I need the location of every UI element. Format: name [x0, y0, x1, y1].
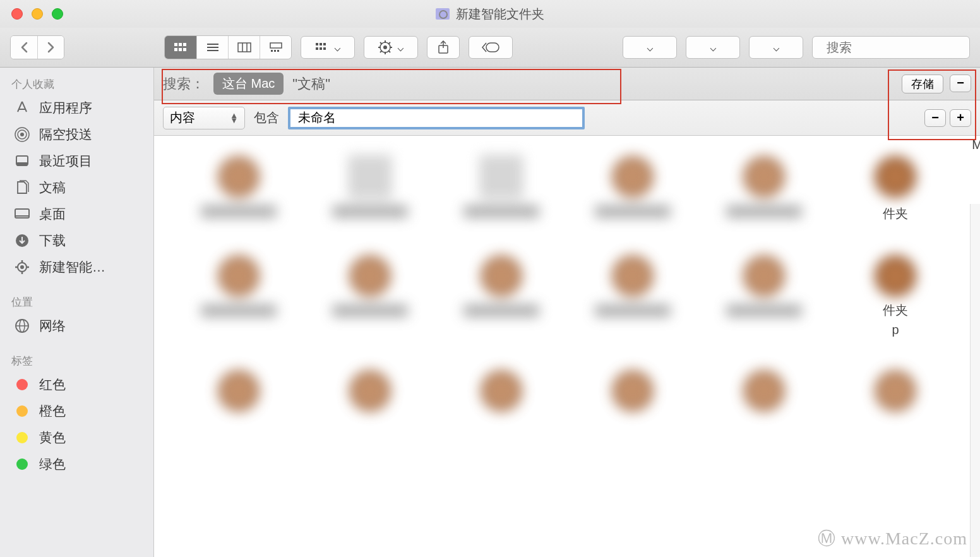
gallery-view-button[interactable] [260, 36, 291, 59]
file-item[interactable] [573, 369, 692, 413]
file-item[interactable] [705, 369, 823, 413]
sidebar-item-airdrop[interactable]: 隔空投送 [0, 121, 153, 148]
svg-rect-4 [179, 48, 182, 51]
file-item[interactable] [179, 155, 298, 222]
file-item[interactable] [705, 254, 823, 337]
search-label: 搜索： [163, 75, 205, 93]
svg-rect-2 [183, 43, 186, 46]
svg-rect-21 [323, 47, 326, 50]
sidebar-item-recents[interactable]: 最近项目 [0, 148, 153, 174]
criteria-value-input[interactable] [288, 107, 585, 129]
file-item[interactable] [442, 369, 561, 413]
applications-icon [13, 100, 32, 116]
svg-rect-14 [274, 50, 276, 52]
svg-line-31 [388, 42, 390, 44]
svg-rect-12 [270, 43, 282, 48]
sidebar-item-network[interactable]: 网络 [0, 313, 153, 339]
scope-documents[interactable]: "文稿" [292, 75, 330, 93]
list-view-button[interactable] [196, 36, 228, 59]
sidebar-label: 文稿 [39, 179, 66, 196]
svg-rect-5 [183, 48, 186, 51]
forward-button[interactable] [37, 36, 64, 59]
sidebar-label: 桌面 [39, 205, 66, 223]
save-button[interactable]: 存储 [902, 75, 943, 93]
sidebar-item-smart-folder[interactable]: 新建智能… [0, 254, 153, 280]
sidebar-item-downloads[interactable]: 下载 [0, 227, 153, 254]
sidebar-label: 隔空投送 [39, 126, 92, 143]
watermark: Ⓜ www.MacZ.com [818, 527, 967, 551]
file-item[interactable] [573, 155, 692, 222]
minimize-window-button[interactable] [32, 8, 43, 20]
svg-rect-41 [16, 162, 28, 166]
svg-point-46 [20, 265, 24, 269]
file-item[interactable] [179, 254, 298, 337]
file-item[interactable]: 件夹 [836, 155, 955, 222]
chevron-down-icon: ⌵ [334, 40, 341, 54]
sidebar-tag-green[interactable]: 绿色 [0, 451, 153, 477]
sidebar-label: 黄色 [39, 429, 66, 446]
file-item[interactable] [836, 369, 955, 413]
sidebar-item-applications[interactable]: 应用程序 [0, 95, 153, 121]
file-item[interactable] [179, 369, 298, 413]
sidebar-item-documents[interactable]: 文稿 [0, 174, 153, 201]
file-item[interactable] [442, 155, 561, 222]
tag-button[interactable] [469, 36, 513, 59]
action-menu-button[interactable]: ⌵ [364, 36, 418, 59]
scrollbar[interactable] [970, 204, 980, 557]
file-item[interactable] [573, 254, 692, 337]
file-item[interactable] [705, 155, 823, 222]
view-mode-group [164, 35, 292, 59]
svg-line-30 [380, 51, 382, 52]
window-title: 新建智能文件夹 [436, 6, 544, 23]
sidebar-label: 新建智能… [39, 258, 105, 276]
dropdown-button-2[interactable]: ⌵ [686, 36, 740, 59]
files-area[interactable]: 件夹 件夹 p [154, 136, 980, 557]
remove-criteria-button[interactable]: − [950, 75, 971, 92]
column-view-button[interactable] [228, 36, 260, 59]
sidebar-tag-yellow[interactable]: 黄色 [0, 424, 153, 451]
sidebar-label: 绿色 [39, 455, 66, 473]
tag-color-icon [16, 379, 28, 390]
dropdown-button-1[interactable]: ⌵ [623, 36, 677, 59]
scope-this-mac[interactable]: 这台 Mac [213, 73, 284, 95]
remove-row-button[interactable]: − [924, 109, 946, 127]
close-window-button[interactable] [11, 8, 23, 20]
search-field[interactable] [812, 36, 970, 59]
maximize-window-button[interactable] [52, 8, 63, 20]
sidebar-tag-orange[interactable]: 橙色 [0, 398, 153, 424]
icon-view-button[interactable] [165, 36, 196, 59]
desktop-icon [13, 207, 32, 222]
file-item[interactable] [311, 254, 429, 337]
add-row-button[interactable]: + [950, 109, 971, 127]
gear-icon [13, 260, 32, 275]
network-icon [13, 318, 32, 333]
smart-folder-icon [436, 8, 450, 20]
search-input[interactable] [827, 40, 980, 55]
sidebar-header-favorites: 个人收藏 [0, 74, 153, 95]
documents-icon [13, 180, 32, 195]
group-by-button[interactable]: ⌵ [301, 36, 355, 59]
tag-color-icon [16, 432, 28, 443]
sidebar-tag-red[interactable]: 红色 [0, 371, 153, 398]
svg-point-37 [20, 133, 24, 136]
criteria-attribute-select[interactable]: 内容 ▲▼ [163, 107, 245, 129]
cutoff-text: M [972, 138, 980, 152]
search-scope-bar: 搜索： 这台 Mac "文稿" 存储 − [154, 68, 980, 100]
svg-rect-34 [486, 43, 499, 52]
svg-rect-16 [316, 43, 318, 45]
criteria-operator: 包含 [254, 109, 279, 126]
svg-rect-20 [320, 47, 322, 50]
file-item[interactable]: 件夹 p [836, 254, 955, 337]
dropdown-button-3[interactable]: ⌵ [749, 36, 803, 59]
sidebar-label: 网络 [39, 317, 66, 335]
sidebar-header-tags: 标签 [0, 350, 153, 371]
share-button[interactable] [427, 36, 460, 59]
back-button[interactable] [11, 36, 37, 59]
file-item[interactable] [311, 369, 429, 413]
sidebar-label: 橙色 [39, 402, 66, 420]
svg-line-28 [380, 42, 382, 44]
file-item[interactable] [442, 254, 561, 337]
sidebar-label: 应用程序 [39, 99, 92, 117]
file-item[interactable] [311, 155, 429, 222]
sidebar-item-desktop[interactable]: 桌面 [0, 201, 153, 227]
